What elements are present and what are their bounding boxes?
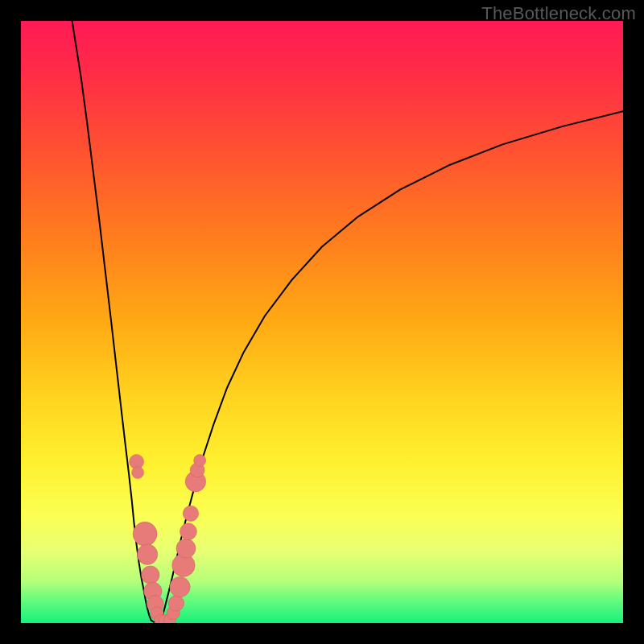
marker-right-15 <box>176 539 196 558</box>
chart-frame: TheBottleneck.com <box>0 0 644 644</box>
marker-right-17 <box>183 506 198 521</box>
plot-area <box>21 21 623 623</box>
plot-svg <box>21 21 623 623</box>
marker-right-12 <box>168 596 184 611</box>
marker-right-13 <box>170 576 190 597</box>
marker-left-3 <box>137 544 157 564</box>
marker-right-16 <box>180 523 196 540</box>
marker-left-1 <box>132 467 144 479</box>
marker-right-20 <box>194 455 206 467</box>
marker-left-4 <box>142 566 159 584</box>
marker-left-2 <box>133 522 157 546</box>
